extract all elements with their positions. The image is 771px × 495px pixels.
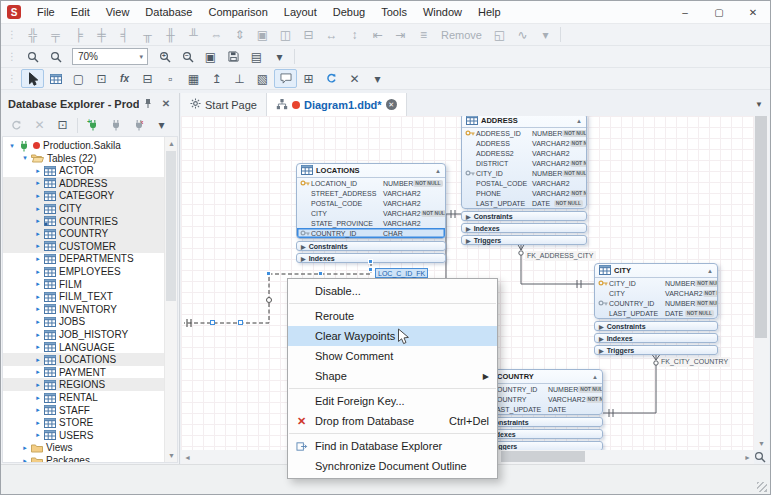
image-icon[interactable]: ▧ <box>251 69 274 88</box>
new-connection-icon[interactable]: + <box>81 116 104 135</box>
section-triggers[interactable]: ▶Triggers <box>461 235 587 245</box>
tab-start-page[interactable]: Start Page <box>181 93 267 116</box>
expander-icon[interactable]: ▸ <box>33 331 43 339</box>
section-constraints[interactable]: ▶Constraints <box>594 321 718 331</box>
tree-item-language[interactable]: ▸LANGUAGE <box>3 341 164 354</box>
toolbar-grip[interactable]: ⋮ <box>7 29 17 40</box>
screenshot-icon[interactable]: ⊞ <box>297 69 320 88</box>
tree-item-jobs[interactable]: ▸JOBS <box>3 315 164 328</box>
menu-item-clear-waypoints[interactable]: Clear Waypoints <box>288 326 497 346</box>
expander-icon[interactable]: ▸ <box>33 179 43 187</box>
expander-icon[interactable]: ▸ <box>33 280 43 288</box>
waypoint-handle[interactable] <box>266 297 272 303</box>
expander-icon[interactable]: ▸ <box>33 230 43 238</box>
entity-table-city[interactable]: CITY▲CITY_IDNUMBERNOT NULLCITYVARCHAR2NO… <box>594 263 718 355</box>
collapse-icon[interactable]: ▲ <box>435 168 441 174</box>
entity-table-locations[interactable]: LOCATIONS▲LOCATION_IDNUMBERNOT NULLSTREE… <box>296 163 446 263</box>
container-icon[interactable]: ▢ <box>67 69 90 88</box>
dropdown-arrow-icon[interactable]: ▾ <box>150 116 173 135</box>
refresh-blue-icon[interactable] <box>320 69 343 88</box>
align-top-edge-icon[interactable]: ╥ <box>136 25 159 44</box>
tree-item-address[interactable]: ▸ADDRESS <box>3 177 164 190</box>
fk-label-fk_address_city[interactable]: FK_ADDRESS_CITY <box>525 251 596 261</box>
column-row[interactable]: POSTAL_CODEVARCHAR2 <box>462 178 586 188</box>
menu-debug[interactable]: Debug <box>325 3 373 21</box>
align-right-icon[interactable]: ╡ <box>113 25 136 44</box>
decrease-space-icon[interactable]: ⇥ <box>389 25 412 44</box>
menu-item-disable-[interactable]: Disable... <box>288 281 497 301</box>
align-center-icon[interactable]: ╪ <box>90 25 113 44</box>
dropdown-arrow-icon[interactable]: ▾ <box>366 69 389 88</box>
diagram-vertical-scrollbar[interactable]: ▼ <box>754 116 769 450</box>
zoom-level-combobox[interactable]: 70%▾ <box>72 48 148 65</box>
expander-icon[interactable]: ▸ <box>33 305 43 313</box>
column-row[interactable]: CITYVARCHAR2NOT NULL <box>297 208 445 218</box>
expander-icon[interactable]: ▾ <box>7 142 17 150</box>
expander-icon[interactable]: ▸ <box>33 293 43 301</box>
column-row[interactable]: COUNTRY_IDNUMBERNOT NULL <box>595 298 717 308</box>
expander-icon[interactable]: ▸ <box>20 457 30 464</box>
maximize-button[interactable]: ▢ <box>702 1 736 23</box>
column-row[interactable]: CITY_IDNUMBERNOT NULL <box>595 278 717 288</box>
tree-item-store[interactable]: ▸STORE <box>3 416 164 429</box>
fk-label-fk_city_country[interactable]: FK_CITY_COUNTRY <box>659 357 730 367</box>
resize-grip[interactable] <box>757 482 767 492</box>
menu-view[interactable]: View <box>98 3 138 21</box>
expander-icon[interactable]: ▾ <box>20 154 30 162</box>
column-row[interactable]: ADDRESS2VARCHAR2 <box>462 148 586 158</box>
table-icon[interactable] <box>44 69 67 88</box>
waypoint-handle[interactable] <box>368 267 373 272</box>
tree-item-actor[interactable]: ▸ACTOR <box>3 164 164 177</box>
menu-edit[interactable]: Edit <box>63 3 98 21</box>
column-row[interactable]: DISTRICTVARCHAR2NOT NULL <box>462 158 586 168</box>
same-size-icon[interactable]: ▣ <box>251 25 274 44</box>
collapse-icon[interactable]: ▲ <box>576 118 582 124</box>
waypoint-handle[interactable] <box>318 271 323 276</box>
column-row[interactable]: STREET_ADDRESSVARCHAR2 <box>297 188 445 198</box>
scroll-thumb[interactable] <box>166 151 176 301</box>
column-row[interactable]: CITYVARCHAR2NOT NULL <box>595 288 717 298</box>
scroll-down-icon[interactable]: ▼ <box>755 437 768 450</box>
function-icon[interactable]: fx <box>113 69 136 88</box>
toolbar-grip[interactable]: ⋮ <box>7 73 17 84</box>
tree-item-category[interactable]: ▸CATEGORY <box>3 189 164 202</box>
dropdown-arrow-icon[interactable]: ▾ <box>534 25 557 44</box>
tree-item-regions[interactable]: ▸REGIONS <box>3 378 164 391</box>
column-row[interactable]: LOCATION_IDNUMBERNOT NULL <box>297 178 445 188</box>
chevron-down-icon[interactable]: ▾ <box>139 53 147 61</box>
view-editor-icon[interactable]: ⊡ <box>90 69 113 88</box>
increase-space-icon[interactable]: ⇤ <box>366 25 389 44</box>
tab-diagram1-dbd-[interactable]: Diagram1.dbd*✕ <box>267 93 407 116</box>
tree-item-packages[interactable]: ▸Packages <box>3 454 164 463</box>
expander-icon[interactable]: ▸ <box>33 205 43 213</box>
delete-icon[interactable]: ✕ <box>28 116 51 135</box>
column-row[interactable]: ADDRESS_IDNUMBERNOT NULL <box>462 128 586 138</box>
export-image-icon[interactable]: ↥ <box>205 69 228 88</box>
tree-item-job-history[interactable]: ▸JOB_HISTORY <box>3 328 164 341</box>
expander-icon[interactable]: ▸ <box>33 167 43 175</box>
tree-item-users[interactable]: ▸USERS <box>3 429 164 442</box>
menu-item-reroute[interactable]: Reroute <box>288 306 497 326</box>
disconnect-icon[interactable]: x <box>127 116 150 135</box>
tree-item-departments[interactable]: ▸DEPARTMENTS <box>3 252 164 265</box>
tab-close-icon[interactable]: ✕ <box>386 99 397 110</box>
properties-window-icon[interactable]: ⊡ <box>51 116 74 135</box>
tree-item-locations[interactable]: ▸LOCATIONS <box>3 353 164 366</box>
column-row[interactable]: POSTAL_CODEVARCHAR2 <box>297 198 445 208</box>
fk-label-loc_c_id_fk[interactable]: LOC_C_ID_FK <box>375 268 428 278</box>
entity-header[interactable]: LOCATIONS▲ <box>297 164 445 178</box>
zoom-selection-icon[interactable]: ▣ <box>199 47 222 66</box>
section-indexes[interactable]: ▶Indexes <box>594 333 718 343</box>
menu-tools[interactable]: Tools <box>373 3 415 21</box>
section-constraints[interactable]: ▶Constraints <box>461 211 587 221</box>
menu-help[interactable]: Help <box>470 3 509 21</box>
fit-diagram-icon[interactable]: ╬ <box>21 25 44 44</box>
column-row[interactable]: COUNTRY_IDCHAR <box>297 228 445 238</box>
tree-item-payment[interactable]: ▸PAYMENT <box>3 366 164 379</box>
expander-icon[interactable]: ▸ <box>33 419 43 427</box>
column-row[interactable]: CITY_IDNUMBERNOT NULL <box>462 168 586 178</box>
tree-item-inventory[interactable]: ▸INVENTORY <box>3 303 164 316</box>
align-left-icon[interactable]: ╞ <box>67 25 90 44</box>
tree-item-production-sakila[interactable]: ▾Production.Sakila <box>3 139 164 152</box>
tree-item-staff[interactable]: ▸STAFF <box>3 404 164 417</box>
